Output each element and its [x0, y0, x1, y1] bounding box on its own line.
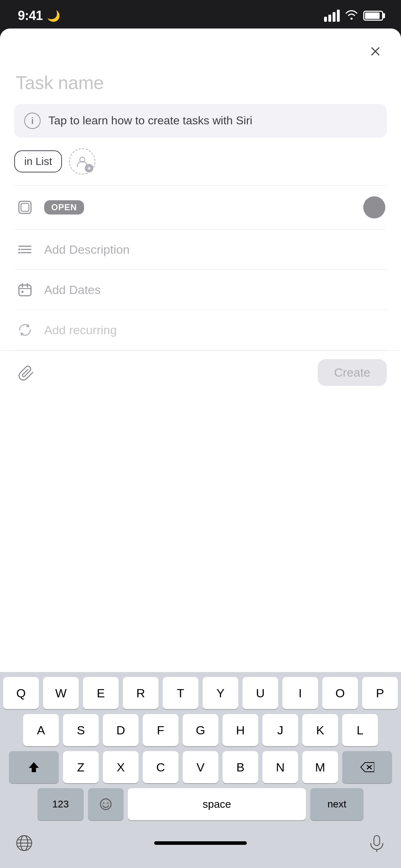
description-icon	[16, 240, 34, 259]
close-button[interactable]	[364, 40, 387, 63]
in-list-tag[interactable]: in List	[14, 150, 62, 172]
status-badge: OPEN	[44, 200, 84, 215]
task-name-area	[0, 68, 401, 104]
svg-point-14	[21, 291, 24, 293]
home-indicator	[154, 841, 247, 845]
status-icons	[324, 9, 383, 22]
keyboard-row-4: 123 space next	[3, 788, 398, 820]
key-y[interactable]: Y	[203, 677, 238, 709]
key-l[interactable]: L	[342, 714, 378, 746]
key-d[interactable]: D	[103, 714, 139, 746]
description-label: Add Description	[44, 243, 130, 257]
key-j[interactable]: J	[262, 714, 298, 746]
key-p[interactable]: P	[362, 677, 398, 709]
calendar-icon	[16, 280, 34, 299]
status-circle	[363, 196, 385, 218]
numbers-key[interactable]: 123	[37, 788, 84, 820]
dates-label: Add Dates	[44, 283, 101, 297]
key-h[interactable]: H	[223, 714, 258, 746]
key-m[interactable]: M	[302, 751, 338, 783]
status-option-row[interactable]: OPEN	[0, 186, 401, 229]
emoji-key[interactable]	[88, 788, 124, 820]
key-t[interactable]: T	[163, 677, 198, 709]
key-k[interactable]: K	[302, 714, 338, 746]
keyboard-bottom-bar	[3, 825, 398, 868]
assign-button[interactable]: +	[69, 148, 95, 175]
recurring-label: Add recurring	[44, 323, 117, 337]
key-e[interactable]: E	[83, 677, 119, 709]
keyboard-row-3: Z X C V B N M	[3, 751, 398, 783]
key-o[interactable]: O	[322, 677, 358, 709]
svg-point-19	[107, 802, 109, 804]
status-option-content: OPEN	[44, 196, 385, 218]
moon-icon: 🌙	[47, 10, 60, 22]
keyboard-row-1: Q W E R T Y U I O P	[3, 677, 398, 709]
status-bar: 9:41 🌙	[0, 0, 401, 31]
wifi-icon	[345, 9, 358, 22]
key-r[interactable]: R	[123, 677, 158, 709]
svg-rect-25	[374, 836, 380, 846]
battery-icon	[363, 11, 383, 21]
assign-plus-icon: +	[85, 164, 93, 172]
keyboard: Q W E R T Y U I O P A S D F G H J K L	[0, 672, 401, 868]
key-f[interactable]: F	[143, 714, 178, 746]
status-icon	[16, 198, 34, 217]
dates-option-row[interactable]: Add Dates	[0, 270, 401, 310]
key-x[interactable]: X	[103, 751, 139, 783]
svg-point-18	[103, 802, 104, 804]
key-i[interactable]: I	[282, 677, 318, 709]
globe-button[interactable]	[10, 829, 38, 857]
key-u[interactable]: U	[243, 677, 278, 709]
description-option-row[interactable]: Add Description	[0, 229, 401, 269]
svg-point-8	[19, 249, 20, 250]
info-icon: i	[24, 113, 41, 129]
key-v[interactable]: V	[183, 751, 218, 783]
bottom-toolbar: Create	[0, 350, 401, 393]
delete-key[interactable]	[342, 751, 392, 783]
microphone-button[interactable]	[363, 829, 391, 857]
svg-point-17	[100, 799, 111, 810]
siri-banner[interactable]: i Tap to learn how to create tasks with …	[14, 104, 387, 138]
key-s[interactable]: S	[63, 714, 99, 746]
shift-key[interactable]	[9, 751, 59, 783]
create-button[interactable]: Create	[318, 359, 387, 386]
modal-sheet: i Tap to learn how to create tasks with …	[0, 29, 401, 868]
attach-button[interactable]	[14, 360, 39, 385]
key-z[interactable]: Z	[63, 751, 99, 783]
signal-icon	[324, 10, 340, 22]
svg-rect-10	[19, 285, 31, 296]
key-q[interactable]: Q	[3, 677, 39, 709]
svg-rect-4	[21, 203, 29, 211]
keyboard-row-2: A S D F G H J K L	[3, 714, 398, 746]
status-time: 9:41	[18, 8, 43, 23]
space-key[interactable]: space	[128, 788, 306, 820]
svg-point-9	[19, 252, 20, 254]
recurring-option-row[interactable]: Add recurring	[0, 310, 401, 350]
task-name-input[interactable]	[16, 72, 385, 93]
recurring-icon	[16, 321, 34, 339]
next-key[interactable]: next	[310, 788, 364, 820]
key-b[interactable]: B	[223, 751, 258, 783]
key-w[interactable]: W	[43, 677, 79, 709]
key-a[interactable]: A	[23, 714, 59, 746]
tags-row: in List +	[0, 148, 401, 185]
siri-text: Tap to learn how to create tasks with Si…	[48, 113, 252, 128]
key-n[interactable]: N	[262, 751, 298, 783]
key-c[interactable]: C	[143, 751, 178, 783]
modal-header	[0, 29, 401, 68]
key-g[interactable]: G	[183, 714, 218, 746]
